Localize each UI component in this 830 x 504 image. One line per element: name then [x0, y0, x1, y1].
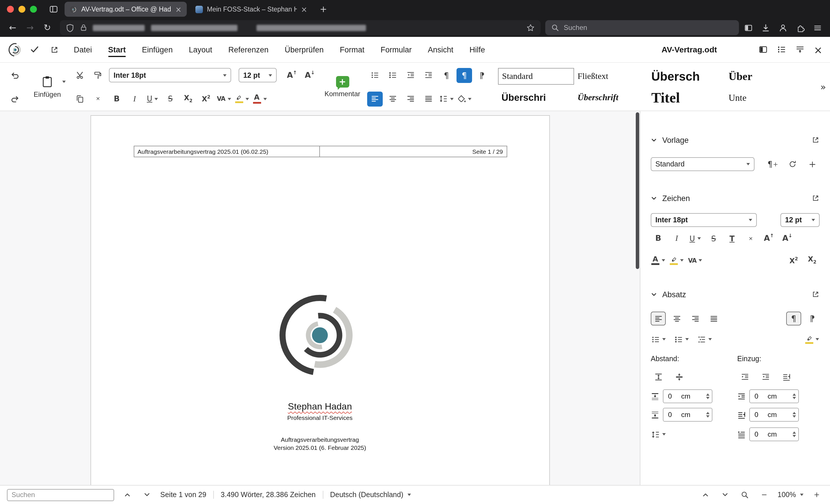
- zoom-reset-button[interactable]: [738, 489, 751, 501]
- align-center-button[interactable]: [669, 312, 684, 326]
- numbered-list-button[interactable]: [674, 332, 689, 346]
- dropdown-arrow-icon[interactable]: [245, 98, 249, 100]
- dropdown-arrow-icon[interactable]: [680, 259, 683, 262]
- paragraph-background-button[interactable]: [805, 332, 820, 346]
- style-preview-ueberschrift1[interactable]: Übersch: [648, 69, 725, 83]
- spin-steppers[interactable]: [706, 412, 709, 418]
- document-page[interactable]: Auftragsverarbeitungsvertrag 2025.01 (06…: [90, 115, 550, 485]
- menu-item-formular[interactable]: Formular: [380, 45, 412, 54]
- text-direction-button[interactable]: ¶: [474, 68, 490, 83]
- decrease-indent-button[interactable]: [403, 68, 418, 83]
- text-outline-button[interactable]: T: [725, 232, 739, 245]
- shrink-font-button[interactable]: A↓: [780, 232, 795, 245]
- firefox-view-button[interactable]: [46, 2, 61, 17]
- grow-font-button[interactable]: A↑: [284, 68, 300, 83]
- page-info[interactable]: Seite 1 von 29: [160, 491, 206, 499]
- dropdown-arrow-icon[interactable]: [228, 98, 231, 100]
- zoom-out-button[interactable]: −: [758, 489, 771, 501]
- minimize-window-button[interactable]: [19, 6, 25, 13]
- style-preview-cutoff[interactable]: Über: [725, 70, 755, 83]
- tab-av-vertrag[interactable]: AV-Vertrag.odt – Office @ Hada ×: [65, 2, 187, 17]
- italic-button[interactable]: I: [127, 91, 142, 106]
- highlight-color-button[interactable]: [234, 91, 250, 106]
- scrollbar-thumb[interactable]: [636, 112, 639, 269]
- italic-button[interactable]: I: [669, 232, 684, 245]
- clear-formatting-button[interactable]: ×: [90, 91, 105, 106]
- search-previous-button[interactable]: [121, 489, 134, 501]
- copy-button[interactable]: [72, 91, 88, 106]
- toggle-sidebar-button[interactable]: [759, 45, 768, 54]
- hanging-indent-button[interactable]: [779, 370, 794, 383]
- extensions-button[interactable]: [792, 20, 808, 35]
- style-preview-titel[interactable]: Titel: [648, 90, 725, 106]
- font-color-button[interactable]: A: [651, 254, 666, 267]
- bullet-list-button[interactable]: [367, 68, 383, 83]
- document-search-input[interactable]: [7, 489, 114, 501]
- zoom-level[interactable]: 100%: [777, 491, 803, 499]
- formatting-marks-toggle[interactable]: ¶: [786, 312, 801, 326]
- language-selector[interactable]: Deutsch (Deutschland): [330, 491, 411, 499]
- bullet-menu-button[interactable]: [777, 45, 786, 54]
- open-external-button[interactable]: [46, 41, 62, 58]
- bookmark-star-icon[interactable]: [526, 23, 535, 32]
- bold-button[interactable]: B: [109, 91, 125, 106]
- dropdown-arrow-icon[interactable]: [697, 237, 701, 240]
- open-dialog-icon[interactable]: [811, 194, 820, 202]
- increase-indent-button[interactable]: [737, 370, 752, 383]
- paste-button[interactable]: Einfügen: [26, 66, 69, 108]
- ribbon-overflow-button[interactable]: »: [820, 81, 826, 92]
- previous-page-button[interactable]: [699, 489, 712, 501]
- collapse-toolbar-button[interactable]: [795, 45, 805, 54]
- word-count[interactable]: 3.490 Wörter, 28.386 Zeichen: [221, 491, 316, 499]
- lock-icon[interactable]: [79, 24, 88, 32]
- spin-steppers[interactable]: [706, 394, 709, 399]
- decrease-indent-button[interactable]: [758, 370, 773, 383]
- font-color-button[interactable]: A: [252, 91, 267, 106]
- paragraph-style-combo[interactable]: Standard: [651, 157, 755, 171]
- reload-button[interactable]: ↻: [39, 20, 55, 35]
- app-menu-button[interactable]: [809, 20, 825, 35]
- subscript-button[interactable]: X2: [181, 91, 196, 106]
- comment-button[interactable]: + Kommentar: [321, 66, 364, 108]
- dropdown-arrow-icon[interactable]: [816, 338, 819, 340]
- subscript-button[interactable]: X2: [805, 254, 820, 267]
- dropdown-arrow-icon[interactable]: [708, 338, 711, 340]
- update-style-button[interactable]: ¶: [765, 157, 780, 171]
- zoom-in-button[interactable]: +: [810, 489, 823, 501]
- tab-close-icon[interactable]: ×: [175, 5, 182, 13]
- line-spacing-button[interactable]: [439, 91, 454, 106]
- first-line-indent-field[interactable]: 0cm: [749, 427, 799, 441]
- line-spacing-button[interactable]: [651, 427, 666, 441]
- dropdown-arrow-icon[interactable]: [662, 433, 665, 435]
- indent-before-field[interactable]: 0cm: [749, 390, 799, 403]
- maximize-window-button[interactable]: [30, 6, 37, 13]
- spin-steppers[interactable]: [793, 431, 796, 437]
- shrink-font-button[interactable]: A↓: [302, 68, 318, 83]
- menu-item-ansicht[interactable]: Ansicht: [428, 45, 454, 54]
- formatting-marks-toggle[interactable]: ¶: [456, 68, 472, 83]
- style-preview-standard[interactable]: Standard: [498, 68, 574, 85]
- align-right-button[interactable]: [688, 312, 703, 326]
- sidebar-panel-button[interactable]: [740, 20, 756, 35]
- clone-formatting-button[interactable]: [90, 68, 105, 83]
- character-spacing-button[interactable]: VA: [688, 254, 703, 267]
- superscript-button[interactable]: X2: [786, 254, 801, 267]
- spacing-below-field[interactable]: 0cm: [663, 408, 712, 422]
- close-document-button[interactable]: ×: [814, 43, 823, 56]
- clear-formatting-button[interactable]: ×: [743, 232, 758, 245]
- section-header-vorlage[interactable]: Vorlage: [651, 134, 820, 146]
- background-color-button[interactable]: [456, 91, 472, 106]
- spacing-above-field[interactable]: 0cm: [663, 390, 712, 403]
- vertical-scrollbar[interactable]: [636, 112, 639, 484]
- align-center-button[interactable]: [385, 91, 401, 106]
- redo-button[interactable]: [7, 91, 23, 106]
- menu-item-referenzen[interactable]: Referenzen: [228, 45, 268, 54]
- character-spacing-button[interactable]: VA: [216, 91, 232, 106]
- undo-button[interactable]: [7, 68, 23, 83]
- open-dialog-icon[interactable]: [811, 136, 820, 144]
- dropdown-arrow-icon[interactable]: [468, 98, 472, 100]
- align-left-button[interactable]: [651, 312, 666, 326]
- tab-foss-stack[interactable]: Mein FOSS-Stack – Stephan Ha ×: [190, 2, 312, 17]
- account-button[interactable]: [775, 20, 791, 35]
- style-preview-ueberschrift3[interactable]: Überschrift: [574, 93, 648, 103]
